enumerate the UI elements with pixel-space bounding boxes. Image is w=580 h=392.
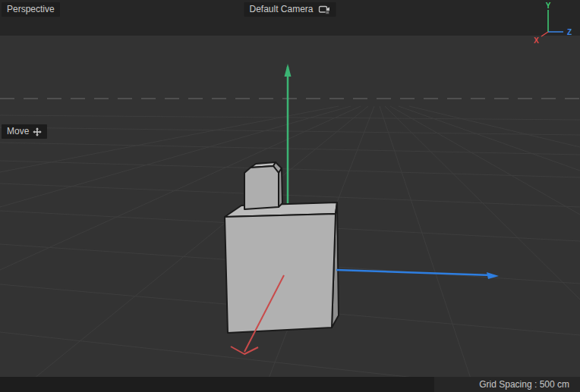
view-mode-text: Perspective	[7, 4, 55, 14]
move-arrows-icon	[33, 127, 42, 136]
camera-selector[interactable]: Default Camera	[244, 2, 336, 17]
cube-object[interactable]	[225, 162, 339, 333]
scene-render: Y Z X	[0, 0, 580, 392]
view-mode-label[interactable]: Perspective	[2, 2, 60, 17]
small-box-front-face	[244, 166, 279, 209]
active-tool-hud[interactable]: Move	[2, 124, 47, 139]
axis-orientation-gizmo: Y Z X	[534, 2, 572, 45]
gizmo-z-axis-handle[interactable]	[336, 270, 499, 279]
status-bar: Grid Spacing : 500 cm	[0, 377, 580, 392]
axis-z-label: Z	[567, 28, 572, 36]
grid-spacing-label: Grid Spacing : 500 cm	[434, 377, 580, 392]
axis-x-label: X	[534, 36, 539, 45]
camera-swap-icon[interactable]	[319, 5, 331, 14]
big-box-front-face	[225, 214, 336, 333]
active-tool-text: Move	[7, 126, 29, 137]
camera-name-text: Default Camera	[249, 4, 313, 15]
axis-y-label: Y	[546, 2, 551, 10]
